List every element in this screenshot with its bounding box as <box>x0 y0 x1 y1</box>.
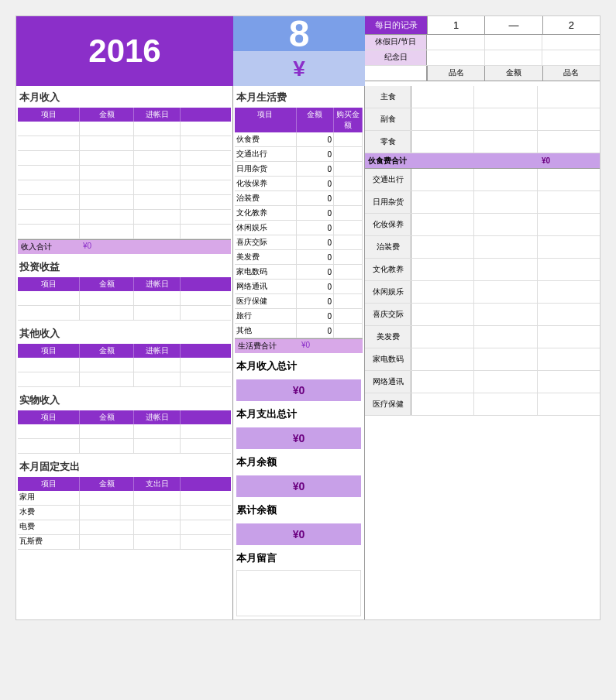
table-row <box>18 225 231 239</box>
list-item: 喜庆交际 0 <box>235 235 363 250</box>
table-row <box>18 166 231 180</box>
day-cell-2 <box>474 131 537 153</box>
day-col-1: 1 <box>427 16 484 34</box>
table-row: 家用 <box>18 491 231 506</box>
day-cell-3 <box>538 131 600 153</box>
category-row: 伙食费合计 ¥0 <box>365 153 600 169</box>
category-row: 治装费 <box>365 236 600 259</box>
category-row: 文化教养 <box>365 259 600 281</box>
anniversary-label: 纪念日 <box>365 50 427 65</box>
living-item-amount: 0 <box>297 265 335 279</box>
income-rows <box>18 122 231 239</box>
income-summary-label: 收入合计 <box>18 240 80 254</box>
living-item-buy <box>334 177 363 190</box>
inv-col-date: 进帐日 <box>134 277 181 291</box>
day-cell-3 <box>538 236 600 258</box>
living-item-amount: 0 <box>297 235 335 249</box>
sub-col-1: 品名 <box>427 66 484 81</box>
phys-col-amount: 金额 <box>80 410 134 424</box>
living-item-buy <box>334 132 363 146</box>
table-row <box>18 136 231 151</box>
month-number: 8 <box>289 15 310 53</box>
income-summary-value: ¥0 <box>80 240 95 254</box>
living-item-name: 休闲娱乐 <box>235 221 297 235</box>
living-item-name: 化妆保养 <box>235 177 297 190</box>
list-item: 文化教养 0 <box>235 206 363 221</box>
day-cell-2 <box>474 191 537 213</box>
investment-section: 投资收益 项目 金额 进帐日 <box>16 256 232 322</box>
fixed-item-2: 水费 <box>18 506 80 520</box>
fix-col-date: 支出日 <box>134 477 181 491</box>
living-header: 项目 金额 购买金额 <box>235 108 363 132</box>
table-row <box>18 372 231 387</box>
living-item-buy <box>334 162 363 176</box>
inv-col-amount: 金额 <box>80 277 134 291</box>
day-cell-3 <box>538 281 600 303</box>
living-item-buy <box>334 147 363 161</box>
category-label: 交通出行 <box>365 169 411 190</box>
physical-income-section: 实物收入 项目 金额 进帐日 <box>16 389 232 455</box>
living-item-amount: 0 <box>297 162 335 176</box>
living-item-buy <box>334 250 363 264</box>
list-item: 旅行 0 <box>235 309 363 324</box>
table-row <box>18 151 231 166</box>
day-cell-2 <box>474 259 537 280</box>
page: 2016 8 ¥ 每日的记录 1 — 2 休假日/节日 <box>15 15 601 620</box>
fixed-item-1: 家用 <box>18 491 80 505</box>
category-row: 主食 <box>365 86 600 108</box>
living-item-buy <box>334 294 363 308</box>
other-income-section: 其他收入 项目 金额 进帐日 <box>16 322 232 389</box>
category-label: 医疗保健 <box>365 393 411 415</box>
living-item-amount: 0 <box>297 206 335 220</box>
day-cell-1 <box>411 169 474 190</box>
table-row <box>18 195 231 210</box>
income-col-date: 进帐日 <box>134 108 181 122</box>
living-item-name: 家电数码 <box>235 265 297 279</box>
table-row <box>18 210 231 225</box>
category-row: 副食 <box>365 108 600 131</box>
living-summary-row: 生活费合计 ¥0 <box>235 338 363 353</box>
table-row <box>18 180 231 195</box>
category-label: 喜庆交际 <box>365 304 411 325</box>
day-cell-1 <box>411 304 474 325</box>
fixed-expense-section: 本月固定支出 项目 金额 支出日 家用 水费 电费 瓦斯费 <box>16 455 232 551</box>
income-summary-row: 收入合计 ¥0 <box>18 239 231 254</box>
living-item-buy <box>334 324 363 338</box>
day-cell-1 <box>411 214 474 235</box>
category-label: 主食 <box>365 86 411 108</box>
living-item-buy <box>334 265 363 279</box>
living-summary-value: ¥0 <box>298 339 313 353</box>
mid-panel: 本月生活费 项目 金额 购买金额 伙食费 0 交通出行 0 日用杂货 0 化妆保… <box>233 86 365 619</box>
day-cell-1 <box>411 393 474 415</box>
day-cell-2 <box>474 393 537 415</box>
living-item-buy <box>334 235 363 249</box>
day-cell-3 <box>538 371 600 393</box>
fixed-expense-header: 项目 金额 支出日 <box>18 477 231 491</box>
table-row: 水费 <box>18 506 231 520</box>
living-item-amount: 0 <box>297 250 335 264</box>
year-label: 2016 <box>88 33 160 70</box>
living-item-name: 日用杂货 <box>235 162 297 176</box>
list-item: 家电数码 0 <box>235 265 363 280</box>
table-row <box>18 291 231 306</box>
other-income-title: 其他收入 <box>18 324 231 344</box>
expense-total-label: 本月支出总计 <box>235 404 363 424</box>
totals-section: 本月收入总计 ¥0 本月支出总计 ¥0 本月余额 ¥0 累计余额 ¥0 本月留言 <box>233 355 364 619</box>
day-cell-2 <box>474 214 537 235</box>
note-area[interactable] <box>236 570 361 616</box>
category-label: 化妆保养 <box>365 214 411 235</box>
day-cell-3 <box>538 393 600 415</box>
note-label: 本月留言 <box>235 548 363 568</box>
yen-icon: ¥ <box>293 57 305 81</box>
table-row <box>18 122 231 136</box>
category-label: 休闲娱乐 <box>365 281 411 303</box>
living-item-name: 美发费 <box>235 250 297 264</box>
living-item-buy <box>334 191 363 205</box>
category-row: 交通出行 <box>365 169 600 191</box>
expense-total-value: ¥0 <box>236 427 361 449</box>
right-panel: 主食 副食 零食 伙食费合计 ¥0 交通出行 日用杂货 <box>365 86 600 619</box>
list-item: 交通出行 0 <box>235 147 363 162</box>
inv-col-item: 项目 <box>18 277 80 291</box>
table-row: 瓦斯费 <box>18 535 231 550</box>
list-item: 其他 0 <box>235 324 363 338</box>
